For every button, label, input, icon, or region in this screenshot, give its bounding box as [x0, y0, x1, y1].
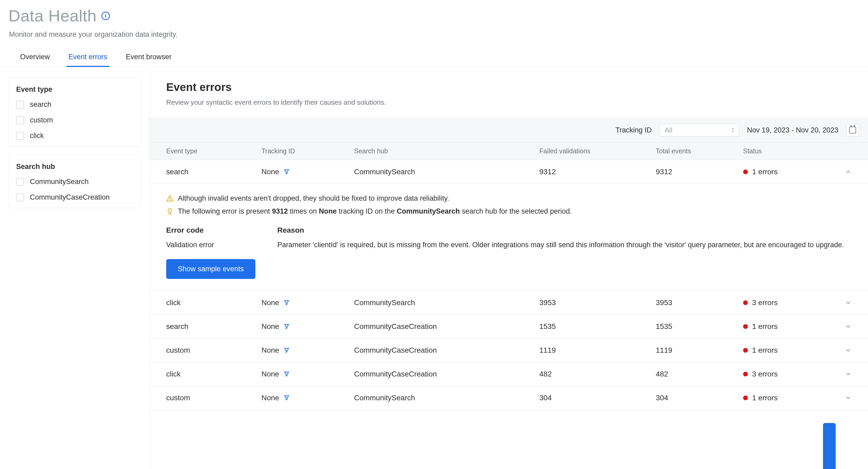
chevron-down-icon[interactable]	[828, 371, 851, 377]
filter-icon[interactable]	[283, 395, 290, 401]
tracking-id-label: Tracking ID	[616, 126, 652, 134]
table-row[interactable]: search None CommunitySearch 9312 9312 1 …	[150, 160, 868, 184]
cell-search-hub: CommunityCaseCreation	[354, 322, 539, 331]
cell-search-hub: CommunityCaseCreation	[354, 346, 539, 355]
checkbox-icon[interactable]	[16, 132, 24, 140]
lightbulb-icon	[166, 208, 174, 215]
cell-status: 1 errors	[752, 322, 777, 331]
chevron-down-icon[interactable]	[828, 395, 851, 401]
reason-heading: Reason	[277, 226, 851, 234]
cell-tracking-id: None	[261, 299, 279, 307]
filter-icon[interactable]	[283, 347, 290, 354]
checkbox-icon[interactable]	[16, 194, 24, 201]
warning-icon	[166, 195, 174, 202]
svg-point-1	[169, 200, 170, 200]
facet-item-custom[interactable]: custom	[16, 116, 133, 124]
facet-item-communitysearch[interactable]: CommunitySearch	[16, 178, 133, 186]
checkbox-icon[interactable]	[16, 116, 24, 124]
tab-event-browser[interactable]: Event browser	[124, 50, 174, 67]
facet-event-type: Event type search custom click	[8, 78, 141, 146]
facet-search-hub: Search hub CommunitySearch CommunityCase…	[8, 155, 141, 208]
reason-value: Parameter 'clientId' is required, but is…	[277, 241, 851, 249]
th-status: Status	[743, 147, 828, 155]
th-search-hub: Search hub	[354, 147, 539, 155]
cell-failed: 304	[539, 394, 656, 402]
chevron-down-icon[interactable]	[828, 299, 851, 306]
select-value: All	[665, 126, 673, 134]
cell-failed: 482	[539, 370, 656, 378]
filter-icon[interactable]	[283, 169, 290, 175]
tracking-id-select[interactable]: All	[660, 124, 739, 136]
cell-event-type: custom	[166, 346, 261, 355]
checkbox-icon[interactable]	[16, 178, 24, 186]
cell-total: 304	[656, 394, 743, 402]
tab-event-errors[interactable]: Event errors	[66, 50, 110, 67]
calendar-icon	[849, 127, 856, 134]
error-code-heading: Error code	[166, 226, 277, 234]
cell-total: 9312	[656, 168, 743, 176]
cell-tracking-id: None	[261, 322, 279, 331]
section-description: Review your syntactic event errors to id…	[166, 98, 851, 106]
table-row[interactable]: search None CommunityCaseCreation 1535 1…	[150, 314, 868, 338]
pager-page-1[interactable]: 1	[823, 423, 836, 469]
cell-failed: 3953	[539, 299, 656, 307]
table-row[interactable]: click None CommunityCaseCreation 482 482…	[150, 362, 868, 386]
chevron-down-icon[interactable]	[828, 323, 851, 330]
cell-status: 1 errors	[752, 346, 777, 355]
cell-status: 1 errors	[752, 394, 777, 402]
cell-event-type: custom	[166, 394, 261, 402]
table-row[interactable]: click None CommunitySearch 3953 3953 3 e…	[150, 291, 868, 314]
cell-search-hub: CommunitySearch	[354, 168, 539, 176]
calendar-button[interactable]	[846, 124, 859, 136]
status-dot-icon	[743, 300, 748, 305]
status-dot-icon	[743, 169, 748, 174]
info-icon[interactable]: i	[101, 12, 110, 20]
cell-status: 1 errors	[752, 168, 777, 176]
tab-overview[interactable]: Overview	[18, 50, 52, 67]
checkbox-icon[interactable]	[16, 101, 24, 109]
cell-total: 3953	[656, 299, 743, 307]
dropdown-caret-icon	[732, 128, 734, 132]
facet-item-click[interactable]: click	[16, 132, 133, 140]
cell-failed: 1535	[539, 322, 656, 331]
row-detail: Although invalid events aren't dropped, …	[150, 184, 868, 291]
table-header: Event type Tracking ID Search hub Failed…	[150, 142, 868, 160]
facet-item-label: CommunityCaseCreation	[30, 193, 110, 201]
page-subtitle: Monitor and measure your organization da…	[9, 30, 860, 39]
cell-total: 1535	[656, 322, 743, 331]
show-sample-events-button[interactable]: Show sample events	[166, 259, 255, 279]
filter-icon[interactable]	[283, 323, 290, 330]
status-dot-icon	[743, 396, 748, 400]
filter-icon[interactable]	[283, 371, 290, 377]
error-code-value: Validation error	[166, 241, 277, 249]
chevron-up-icon[interactable]	[828, 168, 851, 175]
facet-title: Search hub	[16, 163, 133, 171]
status-dot-icon	[743, 348, 748, 353]
cell-event-type: search	[166, 168, 261, 176]
cell-tracking-id: None	[261, 370, 279, 378]
th-event-type: Event type	[166, 147, 261, 155]
filter-icon[interactable]	[283, 300, 290, 306]
section-title: Event errors	[166, 81, 851, 94]
table-row[interactable]: custom None CommunitySearch 304 304 1 er…	[150, 386, 868, 410]
facet-item-label: search	[30, 100, 51, 109]
cell-failed: 9312	[539, 168, 656, 176]
status-dot-icon	[743, 324, 748, 329]
detail-note-1: Although invalid events aren't dropped, …	[178, 194, 449, 202]
cell-search-hub: CommunitySearch	[354, 394, 539, 402]
table-row[interactable]: custom None CommunityCaseCreation 1119 1…	[150, 338, 868, 362]
facet-item-communitycasecreation[interactable]: CommunityCaseCreation	[16, 193, 133, 201]
cell-failed: 1119	[539, 346, 656, 355]
status-dot-icon	[743, 372, 748, 376]
cell-event-type: search	[166, 322, 261, 331]
page-title: Data Health	[8, 6, 97, 25]
th-failed-validations: Failed validations	[539, 147, 656, 155]
cell-event-type: click	[166, 370, 261, 378]
filter-bar: Tracking ID All Nov 19, 2023 - Nov 20, 2…	[150, 118, 868, 142]
date-range-label: Nov 19, 2023 - Nov 20, 2023	[747, 126, 838, 134]
facet-item-search[interactable]: search	[16, 100, 133, 109]
cell-tracking-id: None	[261, 346, 279, 355]
detail-note-2: The following error is present 9312 time…	[178, 207, 572, 215]
facet-item-label: click	[30, 132, 44, 140]
chevron-down-icon[interactable]	[828, 347, 851, 354]
